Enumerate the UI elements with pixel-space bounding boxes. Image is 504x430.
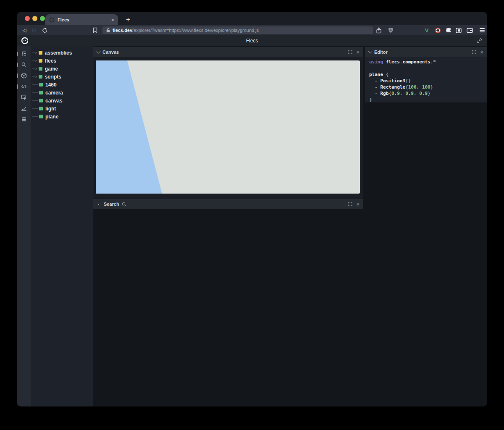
tab-title: Flecs [58,17,69,22]
chevron-down-icon[interactable] [97,49,101,53]
cube-icon [21,72,27,79]
wallet-icon[interactable] [465,25,474,35]
tree-guide-line [32,76,35,77]
tab-close-icon[interactable]: × [111,17,114,23]
tree-guide-line [32,84,38,85]
tree-item-light[interactable]: light [31,105,93,113]
expand-arrow-icon[interactable]: › [35,50,37,55]
sidebar-item-search[interactable] [17,59,31,70]
sidebar-item-tree-view[interactable] [17,48,31,59]
minimize-window-button[interactable] [32,16,37,21]
browser-toolbar: ◁ ▷ flecs.dev/explorer/?wasm=https://www… [17,25,487,35]
inspect-icon [21,94,27,101]
search-icon [122,202,126,207]
back-button[interactable]: ◁ [20,25,29,35]
entity-color-swatch [39,67,42,71]
chevron-down-icon[interactable] [368,49,373,53]
search-panel-header[interactable]: Search × [93,199,363,209]
tree-view-icon [21,50,27,57]
menu-hamburger-icon[interactable] [478,25,486,35]
active-indicator [17,84,18,89]
tree-item-label: flecs [45,58,56,64]
editor-panel-title: Editor [374,50,388,55]
lock-icon [106,28,110,33]
chart-icon [21,105,27,112]
tree-guide-line [32,108,38,109]
active-indicator [17,63,18,67]
collapsed-bullet-icon[interactable] [98,204,99,205]
reload-button[interactable] [40,25,49,35]
canvas-panel-body [93,57,363,199]
tree-item-assemblies[interactable]: ›assemblies [31,49,93,57]
side-panel-icon[interactable] [454,25,463,35]
code-line: } [369,97,483,103]
close-window-button[interactable] [25,16,30,21]
tree-item-label: canvas [45,98,63,104]
flecs-favicon-icon [49,17,55,23]
url-domain: flecs.dev [113,28,132,33]
rows-icon [21,116,27,123]
expand-arrow-icon[interactable]: › [35,66,37,71]
expand-icon[interactable] [348,50,352,54]
page-title: Flecs [17,35,487,46]
code-line: - Position3{} [369,78,483,84]
share-icon[interactable] [375,25,383,35]
expand-arrow-icon[interactable]: › [35,74,37,79]
code-line: - Rectangle{100, 100} [369,84,483,90]
tree-item-label: camera [45,90,63,96]
tree-guide-line [32,100,38,101]
code-line: using flecs.components.* [369,59,483,65]
forward-button[interactable]: ▷ [30,25,39,35]
tree-guide-line [32,92,38,93]
entity-color-swatch [39,83,43,87]
new-tab-button[interactable]: + [123,14,134,25]
bookmark-icon[interactable] [91,25,99,35]
tree-item-flecs[interactable]: ›flecs [31,57,93,65]
red-extension-icon[interactable] [433,25,442,35]
code-line [369,65,483,71]
tree-item-label: plane [45,114,58,120]
editor-code[interactable]: using flecs.components.* plane { - Posit… [365,57,487,102]
entity-color-swatch [39,91,43,94]
tree-item-plane[interactable]: plane [31,113,93,121]
tree-item-label: game [45,66,58,72]
canvas-3d-viewport[interactable] [96,60,360,194]
editor-panel-header[interactable]: Editor × [365,47,487,57]
tree-item-label: 1460 [45,82,57,88]
entity-color-swatch [39,107,43,110]
close-icon[interactable]: × [356,50,360,55]
expand-arrow-icon[interactable]: › [35,58,37,63]
entity-color-swatch [39,59,42,63]
extensions-puzzle-icon[interactable] [444,25,453,35]
brave-shield-icon[interactable] [386,25,395,35]
tree-item-canvas[interactable]: canvas [31,97,93,105]
active-indicator [17,52,18,56]
tree-item-1460[interactable]: 1460 [31,81,93,89]
zoom-window-button[interactable] [40,16,45,21]
active-indicator [17,73,18,78]
entity-color-swatch [39,99,43,102]
entity-color-swatch [39,51,42,55]
sidebar-item-cube[interactable] [17,70,31,81]
search-panel-title: Search [104,202,119,207]
sidebar-item-inspect[interactable] [17,92,31,103]
close-icon[interactable]: × [356,202,360,207]
tree-guide-line [32,68,35,69]
canvas-panel-header[interactable]: Canvas × [93,47,363,57]
search-icon [21,61,27,68]
expand-icon[interactable] [348,202,352,206]
tree-item-camera[interactable]: camera [31,89,93,97]
browser-tab[interactable]: Flecs × [45,14,118,25]
tree-item-scripts[interactable]: ›scripts [31,73,93,81]
code-line: - Rgb{0.9, 0.9, 0.9} [369,90,483,97]
sidebar-item-rows[interactable] [17,114,31,125]
expand-icon[interactable] [472,50,476,54]
sidebar-item-code[interactable] [17,81,31,92]
tree-item-game[interactable]: ›game [31,65,93,73]
sidebar-item-chart[interactable] [17,103,31,114]
vue-devtools-extension-icon[interactable]: V [423,25,431,35]
close-icon[interactable]: × [480,50,483,55]
viewport-sky-region [96,60,360,194]
link-icon[interactable] [476,38,482,44]
url-bar[interactable]: flecs.dev/explorer/?wasm=https://www.fle… [102,26,373,34]
